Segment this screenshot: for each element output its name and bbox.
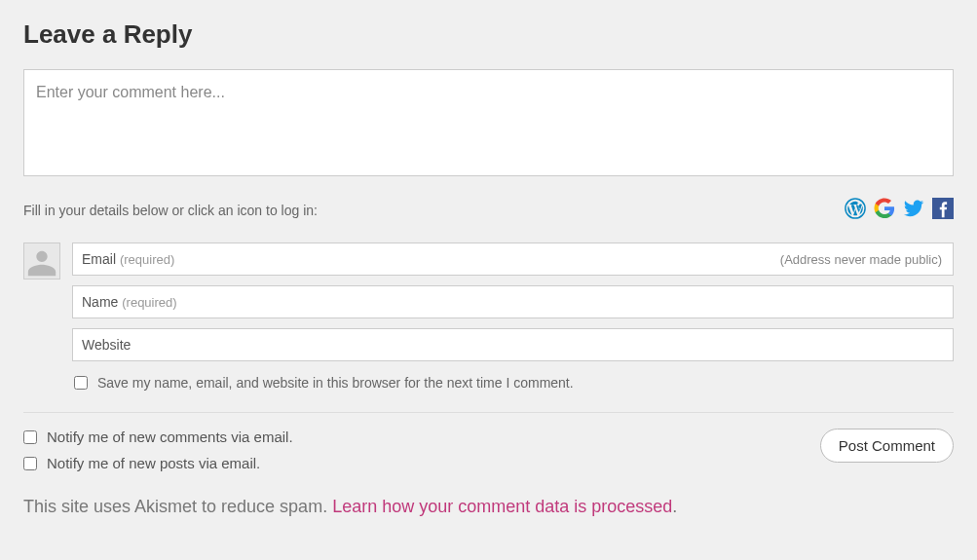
- website-field[interactable]: [72, 328, 954, 361]
- notify-column: Notify me of new comments via email. Not…: [23, 429, 293, 471]
- google-icon[interactable]: [874, 198, 895, 223]
- name-field[interactable]: [72, 285, 954, 318]
- notify-comments-row: Notify me of new comments via email.: [23, 429, 293, 445]
- akismet-suffix: .: [672, 497, 677, 516]
- wordpress-icon[interactable]: [845, 198, 866, 223]
- login-prompt: Fill in your details below or click an i…: [23, 203, 318, 218]
- comment-textarea[interactable]: [23, 69, 954, 176]
- divider: [23, 412, 954, 413]
- akismet-prefix: This site uses Akismet to reduce spam.: [23, 497, 332, 516]
- notify-posts-checkbox[interactable]: [23, 457, 37, 470]
- fields-column: Email (required) (Address never made pub…: [72, 243, 954, 391]
- save-info-row: Save my name, email, and website in this…: [72, 375, 954, 391]
- notify-comments-checkbox[interactable]: [23, 430, 37, 444]
- footer-row: Notify me of new comments via email. Not…: [23, 429, 954, 471]
- facebook-icon[interactable]: [932, 198, 954, 223]
- save-info-label: Save my name, email, and website in this…: [97, 375, 574, 391]
- notify-comments-label: Notify me of new comments via email.: [47, 429, 293, 445]
- email-field[interactable]: [72, 243, 954, 276]
- save-info-checkbox[interactable]: [74, 376, 88, 390]
- page-title: Leave a Reply: [23, 19, 954, 50]
- post-comment-button[interactable]: Post Comment: [820, 429, 954, 463]
- akismet-link[interactable]: Learn how your comment data is processed: [332, 497, 672, 516]
- avatar: [23, 243, 60, 280]
- name-field-wrap: Name (required): [72, 285, 954, 318]
- akismet-notice: This site uses Akismet to reduce spam. L…: [23, 497, 954, 517]
- notify-posts-row: Notify me of new posts via email.: [23, 455, 293, 471]
- email-field-wrap: Email (required) (Address never made pub…: [72, 243, 954, 276]
- website-field-wrap: Website: [72, 328, 954, 361]
- login-row: Fill in your details below or click an i…: [23, 198, 954, 223]
- login-icons-group: [845, 198, 954, 223]
- details-section: Email (required) (Address never made pub…: [23, 243, 954, 391]
- notify-posts-label: Notify me of new posts via email.: [47, 455, 260, 471]
- twitter-icon[interactable]: [903, 198, 924, 223]
